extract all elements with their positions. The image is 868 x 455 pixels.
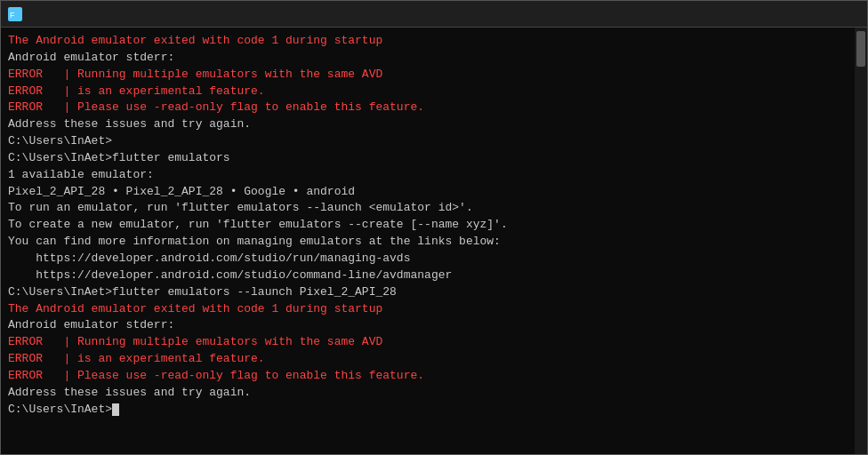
scrollbar[interactable]	[855, 28, 867, 454]
terminal-line: To run an emulator, run 'flutter emulato…	[8, 200, 848, 217]
terminal-line: Android emulator stderr:	[8, 317, 848, 334]
terminal-line: ERROR | Running multiple emulators with …	[8, 334, 848, 351]
terminal-line: Address these issues and try again.	[8, 385, 848, 402]
terminal-window: F The Android emulator exited with code …	[0, 0, 868, 455]
minimize-button[interactable]	[737, 1, 778, 28]
title-bar: F	[1, 1, 867, 28]
terminal-line: https://developer.android.com/studio/com…	[8, 267, 848, 284]
terminal-line: C:\Users\InAet>flutter emulators --launc…	[8, 284, 848, 301]
terminal-line: ERROR | Running multiple emulators with …	[8, 67, 848, 84]
terminal-line: C:\Users\InAet>	[8, 133, 848, 150]
terminal-line: You can find more information on managin…	[8, 234, 848, 251]
terminal-line: https://developer.android.com/studio/run…	[8, 251, 848, 267]
terminal-line: ERROR | Please use -read-only flag to en…	[8, 368, 848, 385]
terminal-line: 1 available emulator:	[8, 167, 848, 184]
terminal-line: Address these issues and try again.	[8, 116, 848, 133]
window-controls	[737, 1, 860, 28]
terminal-line: To create a new emulator, run 'flutter e…	[8, 217, 848, 234]
terminal-line: ERROR | is an experimental feature.	[8, 84, 848, 100]
terminal-line: ERROR | Please use -read-only flag to en…	[8, 100, 848, 116]
close-button[interactable]	[819, 1, 860, 28]
terminal-line: Android emulator stderr:	[8, 50, 848, 67]
terminal-line: C:\Users\InAet>flutter emulators	[8, 150, 848, 167]
flutter-icon: F	[8, 7, 22, 21]
content-area: The Android emulator exited with code 1 …	[1, 28, 867, 454]
terminal-line: The Android emulator exited with code 1 …	[8, 301, 848, 318]
svg-text:F: F	[10, 11, 15, 20]
terminal-line: Pixel_2_API_28 • Pixel_2_API_28 • Google…	[8, 184, 848, 201]
terminal-output[interactable]: The Android emulator exited with code 1 …	[1, 28, 855, 454]
terminal-cursor	[112, 403, 119, 416]
terminal-line: The Android emulator exited with code 1 …	[8, 33, 848, 50]
maximize-button[interactable]	[778, 1, 819, 28]
terminal-line: ERROR | is an experimental feature.	[8, 351, 848, 368]
terminal-line: C:\Users\InAet>	[8, 402, 848, 419]
scroll-thumb[interactable]	[856, 31, 865, 67]
